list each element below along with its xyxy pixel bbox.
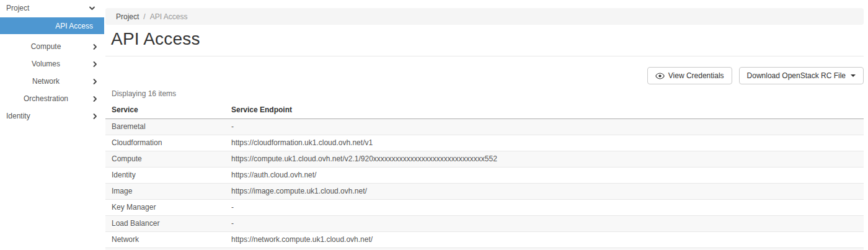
sidebar-section-label: Volumes <box>0 60 92 68</box>
sidebar-section[interactable]: Orchestration <box>0 90 104 107</box>
chevron-right-icon <box>92 61 99 68</box>
service-cell: Compute <box>105 151 225 167</box>
sidebar-item-api-access[interactable]: API Access <box>0 17 104 34</box>
breadcrumb-current: API Access <box>150 12 188 21</box>
chevron-right-icon <box>92 78 99 85</box>
chevron-right-icon <box>92 113 99 120</box>
service-endpoint-cell: https://auth.cloud.ovh.net/ <box>225 167 864 183</box>
service-endpoint-cell: https://compute.uk1.cloud.ovh.net/v2.1/9… <box>225 151 864 167</box>
title-divider <box>105 56 864 56</box>
sidebar-item-project[interactable]: Project <box>0 0 104 16</box>
caret-down-icon <box>851 74 856 77</box>
service-cell: Cloudformation <box>105 135 225 151</box>
sidebar-identity-label: Identity <box>6 112 30 120</box>
service-cell: Identity <box>105 167 225 183</box>
sidebar-section-label: Orchestration <box>0 94 92 103</box>
breadcrumb: Project / API Access <box>105 8 864 25</box>
breadcrumb-separator: / <box>143 12 145 21</box>
table-row: Load Balancer - <box>105 215 864 231</box>
column-header-service-endpoint: Service Endpoint <box>225 101 864 118</box>
table-row: Baremetal - <box>105 118 864 135</box>
sidebar-item-identity[interactable]: Identity <box>0 107 104 125</box>
breadcrumb-project-link[interactable]: Project <box>116 12 139 21</box>
service-endpoint-cell <box>225 248 864 250</box>
service-endpoint-cell: https://image.compute.uk1.cloud.ovh.net/ <box>225 183 864 199</box>
service-endpoint-cell: https://cloudformation.uk1.cloud.ovh.net… <box>225 135 864 151</box>
sidebar-sections: Compute Volumes Network Orchestration <box>0 38 104 107</box>
download-rc-file-label: Download OpenStack RC File <box>747 71 846 80</box>
endpoints-table: Service Service Endpoint Baremetal - Clo… <box>105 101 864 250</box>
table-row: Network https://network.compute.uk1.clou… <box>105 231 864 248</box>
table-row: Cloudformation https://cloudformation.uk… <box>105 135 864 151</box>
sidebar: Project API Access Compute Volumes Netwo… <box>0 0 104 250</box>
table-row: Identity https://auth.cloud.ovh.net/ <box>105 167 864 183</box>
main-content: Project / API Access API Access View Cre… <box>105 0 864 250</box>
table-summary: Displaying 16 items <box>112 89 176 98</box>
toolbar: View Credentials Download OpenStack RC F… <box>647 67 864 84</box>
service-cell: Network <box>105 231 225 248</box>
sidebar-section[interactable]: Network <box>0 73 104 90</box>
sidebar-api-access-label: API Access <box>55 22 93 30</box>
page-title: API Access <box>111 29 200 49</box>
view-credentials-label: View Credentials <box>668 71 724 80</box>
table-row: Key Manager - <box>105 199 864 215</box>
service-cell: Load Balancer <box>105 215 225 231</box>
service-endpoint-cell: https://network.compute.uk1.cloud.ovh.ne… <box>225 231 864 248</box>
download-rc-file-button[interactable]: Download OpenStack RC File <box>739 67 864 84</box>
eye-icon <box>655 73 665 79</box>
table-row: Image https://image.compute.uk1.cloud.ov… <box>105 183 864 199</box>
sidebar-section[interactable]: Compute <box>0 38 104 55</box>
chevron-right-icon <box>92 43 99 50</box>
endpoints-table-wrap: Service Service Endpoint Baremetal - Clo… <box>105 101 864 250</box>
chevron-down-icon <box>89 5 95 12</box>
table-header-row: Service Service Endpoint <box>105 101 864 118</box>
sidebar-section[interactable]: Volumes <box>0 55 104 73</box>
column-header-service: Service <box>105 101 225 118</box>
sidebar-section-label: Compute <box>0 42 92 51</box>
service-endpoint-cell: - <box>225 215 864 231</box>
service-cell: Key Manager <box>105 199 225 215</box>
service-cell: Image <box>105 183 225 199</box>
service-cell: Baremetal <box>105 118 225 135</box>
service-endpoint-cell: - <box>225 199 864 215</box>
table-row: Compute https://compute.uk1.cloud.ovh.ne… <box>105 151 864 167</box>
sidebar-section-label: Network <box>0 77 92 86</box>
sidebar-project-label: Project <box>6 4 29 12</box>
chevron-right-icon <box>92 96 99 102</box>
service-cell <box>105 248 225 250</box>
table-row <box>105 248 864 250</box>
service-endpoint-cell: - <box>225 118 864 135</box>
view-credentials-button[interactable]: View Credentials <box>647 67 732 84</box>
